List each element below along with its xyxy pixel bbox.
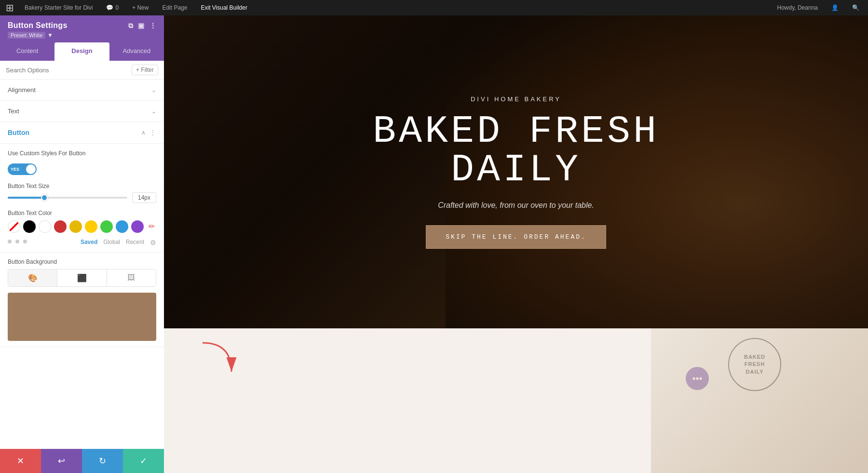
color-dot-1 — [8, 240, 12, 243]
text-size-label: Button Text Size — [8, 183, 156, 189]
custom-styles-toggle[interactable]: YES — [8, 163, 37, 175]
bg-tab-image[interactable]: 🖼 — [107, 270, 156, 286]
color-dot-2 — [15, 240, 19, 243]
wp-logo-icon[interactable]: ⊞ — [6, 2, 14, 14]
button-section: Button ∧ ⋮ Use Custom Styles For Button — [0, 122, 164, 347]
color-swatch-white[interactable] — [39, 220, 51, 233]
arrow-indicator — [193, 333, 251, 393]
cancel-button[interactable]: ✕ — [0, 449, 41, 473]
panel-body: Alignment ⌄ Text ⌄ Button ∧ ⋮ — [0, 80, 164, 449]
button-section-content: Use Custom Styles For Button YES Button … — [0, 144, 164, 253]
hero-section: DIVI HOME BAKERY BAKED FRESHDAILY Crafte… — [164, 15, 868, 328]
comment-icon: 💬 — [106, 4, 113, 11]
button-section-more-icon[interactable]: ⋮ — [149, 129, 156, 136]
hero-cta-button[interactable]: SKIP THE LINE. ORDER AHEAD. — [426, 225, 606, 249]
custom-styles-label: Use Custom Styles For Button — [8, 149, 85, 158]
color-preview[interactable] — [8, 293, 156, 341]
edit-page-link[interactable]: Edit Page — [159, 0, 190, 15]
user-avatar[interactable]: 👤 — [828, 0, 841, 15]
panel-title-row: Button Settings ⧉ ▣ ⋮ — [8, 21, 156, 30]
panel-tabs: Content Design Advanced — [0, 42, 164, 61]
admin-search-icon[interactable]: 🔍 — [849, 0, 862, 15]
color-pen-icon[interactable]: ✏ — [149, 222, 155, 231]
bg-tab-color[interactable]: 🎨 — [8, 270, 57, 286]
alignment-section-title: Alignment — [8, 86, 36, 94]
color-swatch-red[interactable] — [54, 220, 67, 233]
hero-content: DIVI HOME BAKERY BAKED FRESHDAILY Crafte… — [164, 15, 868, 328]
bg-label: Button Background — [8, 258, 156, 265]
cancel-icon: ✕ — [17, 456, 24, 466]
text-color-row: Button Text Color ✏ — [8, 210, 156, 246]
preset-chevron-icon: ▼ — [47, 32, 53, 39]
color-swatch-black[interactable] — [23, 220, 36, 233]
panel-bottom-bar: ✕ ↩ ↻ ✓ — [0, 449, 164, 473]
hero-tagline: DIVI HOME BAKERY — [471, 95, 561, 103]
user-greeting: Howdy, Deanna — [774, 0, 821, 15]
undo-button[interactable]: ↩ — [41, 449, 82, 473]
button-section-title: Button — [8, 129, 29, 136]
redo-button[interactable]: ↻ — [82, 449, 123, 473]
site-name-link[interactable]: Bakery Starter Site for Divi — [22, 0, 95, 15]
panel-preset: Preset: White ▼ — [8, 32, 156, 39]
arrow-svg — [193, 333, 251, 391]
hero-subtitle: Crafted with love, from our oven to your… — [438, 201, 594, 210]
color-swatch-blue[interactable] — [116, 220, 128, 233]
bottom-image — [651, 328, 868, 473]
hero-title: BAKED FRESHDAILY — [373, 112, 659, 189]
bg-type-tabs: 🎨 ⬛ 🖼 — [8, 269, 156, 287]
alignment-chevron-icon: ⌄ — [151, 87, 156, 94]
responsive-icon[interactable]: ⧉ — [128, 22, 133, 30]
color-tab-recent[interactable]: Recent — [126, 239, 144, 246]
color-swatch-yellow[interactable] — [85, 220, 97, 233]
undo-icon: ↩ — [58, 456, 65, 466]
custom-styles-toggle-row: Use Custom Styles For Button — [8, 149, 156, 158]
panel-title-icons: ⧉ ▣ ⋮ — [128, 22, 156, 30]
button-chevron-icon: ∧ — [141, 129, 146, 136]
color-tab-global[interactable]: Global — [103, 239, 120, 246]
settings-panel: Button Settings ⧉ ▣ ⋮ Preset: White ▼ Co… — [0, 15, 164, 473]
main-layout: Button Settings ⧉ ▣ ⋮ Preset: White ▼ Co… — [0, 0, 868, 473]
panel-title-text: Button Settings — [8, 21, 68, 30]
button-section-icons: ∧ ⋮ — [141, 129, 156, 136]
text-section-title: Text — [8, 108, 19, 115]
redo-icon: ↻ — [99, 456, 106, 466]
bg-tab-gradient[interactable]: ⬛ — [57, 270, 107, 286]
slider-thumb[interactable] — [41, 194, 48, 201]
filter-button[interactable]: + Filter — [132, 65, 158, 75]
color-dot-3 — [23, 240, 27, 243]
text-size-value[interactable]: 14px — [132, 192, 156, 203]
exit-builder-link[interactable]: Exit Visual Builder — [198, 0, 250, 15]
text-section-header[interactable]: Text ⌄ — [0, 101, 164, 122]
wp-admin-bar: ⊞ Bakery Starter Site for Divi 💬 0 + New… — [0, 0, 868, 15]
preset-badge[interactable]: Preset: White — [8, 32, 45, 39]
tab-content[interactable]: Content — [0, 42, 54, 61]
tab-design[interactable]: Design — [54, 42, 109, 61]
tab-advanced[interactable]: Advanced — [109, 42, 164, 61]
more-options-icon[interactable]: ⋮ — [149, 22, 156, 30]
bottom-strip: ••• BAKED FRESH DAILY — [164, 328, 868, 473]
color-settings-icon[interactable]: ⚙ — [150, 239, 156, 246]
save-button[interactable]: ✓ — [123, 449, 164, 473]
panel-header: Button Settings ⧉ ▣ ⋮ Preset: White ▼ — [0, 15, 164, 42]
color-tab-saved[interactable]: Saved — [81, 239, 97, 246]
text-size-slider-track[interactable] — [8, 197, 127, 199]
color-dots-row: Saved Global Recent ⚙ — [8, 237, 156, 246]
color-swatch-green[interactable] — [100, 220, 113, 233]
toggle-switch-container: YES — [8, 163, 156, 175]
toggle-knob — [26, 164, 36, 174]
search-input[interactable] — [6, 67, 128, 74]
alignment-section-header[interactable]: Alignment ⌄ — [0, 80, 164, 101]
comments-link[interactable]: 💬 0 — [103, 0, 122, 15]
color-swatch-transparent[interactable] — [8, 220, 20, 233]
layout-icon[interactable]: ▣ — [138, 22, 144, 30]
color-swatches: ✏ — [8, 220, 156, 233]
text-size-control: 14px — [8, 192, 156, 203]
color-swatch-purple[interactable] — [131, 220, 144, 233]
bg-section-content: Button Background 🎨 ⬛ 🖼 — [0, 253, 164, 347]
new-link[interactable]: + New — [129, 0, 151, 15]
text-color-label: Button Text Color — [8, 210, 156, 216]
color-swatch-yellow-dark[interactable] — [69, 220, 82, 233]
color-tabs: Saved Global Recent ⚙ — [81, 239, 156, 246]
toggle-yes-label: YES — [9, 167, 21, 172]
button-section-header[interactable]: Button ∧ ⋮ — [0, 122, 164, 144]
